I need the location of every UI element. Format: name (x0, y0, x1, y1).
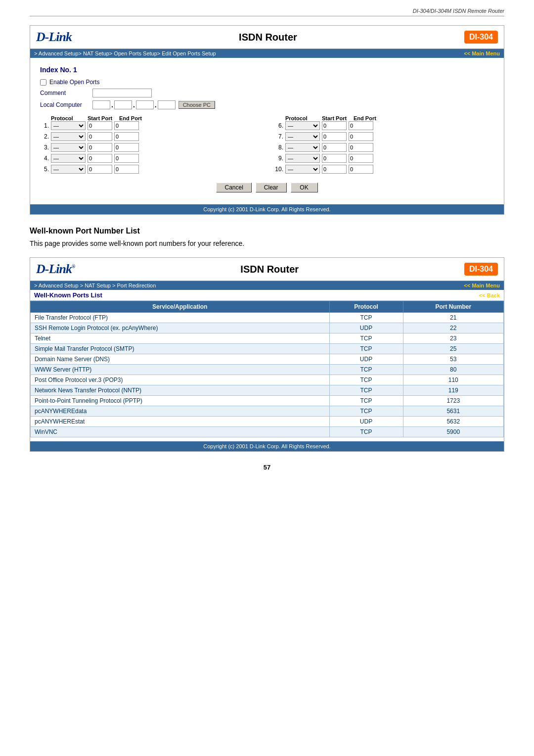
comment-input[interactable] (92, 89, 152, 97)
port-cell: 5900 (403, 427, 504, 437)
protocol-select-8[interactable]: —TCPUDPBoth (285, 143, 320, 152)
table-row: Simple Mail Transfer Protocol (SMTP)TCP2… (31, 344, 504, 354)
port-cell: 1723 (403, 396, 504, 406)
protocol-select-9[interactable]: —TCPUDPBoth (285, 154, 320, 163)
end-port-6[interactable] (349, 121, 373, 130)
well-known-ports-panel: D-Link® ISDN Router DI-304 > Advanced Se… (30, 257, 504, 452)
protocol-select-3[interactable]: —TCPUDPBoth (51, 143, 86, 152)
ip-octet-1[interactable] (92, 100, 110, 109)
end-port-2[interactable] (114, 132, 139, 141)
ip-octet-3[interactable] (136, 100, 154, 109)
ip-octet-4[interactable] (158, 100, 176, 109)
well-known-heading: Well-known Port Number List (30, 227, 504, 236)
protocol-select-5[interactable]: —TCPUDPBoth (51, 165, 86, 174)
start-port-6[interactable] (322, 121, 347, 130)
col-service-header: Service/Application (31, 301, 330, 313)
panel2-copyright: Copyright (c) 2001 D-Link Corp. All Righ… (30, 441, 504, 451)
service-cell: Post Office Protocol ver.3 (POP3) (31, 375, 330, 385)
protocol-cell: TCP (329, 344, 403, 354)
table-row: WWW Server (HTTP)TCP80 (31, 365, 504, 375)
clear-button[interactable]: Clear (256, 183, 287, 192)
protocol-cell: TCP (329, 333, 403, 344)
table-row: TelnetTCP23 (31, 333, 504, 344)
table-row: 7. —TCPUDPBoth (274, 132, 494, 141)
service-cell: Network News Transfer Protocol (NNTP) (31, 385, 330, 396)
col-header-protocol-2: Protocol (285, 115, 320, 121)
table-row: 4. —TCPUDPBoth (40, 154, 260, 163)
protocol-select-7[interactable]: —TCPUDPBoth (285, 132, 320, 141)
service-cell: Point-to-Point Tunneling Protocol (PPTP) (31, 396, 330, 406)
table-row: 1. —TCPUDPBoth (40, 121, 260, 130)
start-port-9[interactable] (322, 154, 347, 163)
protocol-cell: TCP (329, 385, 403, 396)
panel2-nav-path: > Advanced Setup > NAT Setup > Port Redi… (34, 283, 156, 288)
protocol-select-4[interactable]: —TCPUDPBoth (51, 154, 86, 163)
col-header-protocol-1: Protocol (51, 115, 86, 121)
end-port-7[interactable] (349, 132, 373, 141)
comment-label: Comment (40, 90, 89, 96)
table-row: pcANYWHEREstatUDP5632 (31, 417, 504, 427)
panel2-main-menu[interactable]: << Main Menu (464, 283, 500, 288)
protocol-select-1[interactable]: —TCPUDPBoth (51, 121, 86, 130)
col-header-start-2: Start Port (322, 115, 352, 121)
edit-open-ports-panel: D-Link ISDN Router DI-304 > Advanced Set… (30, 25, 504, 215)
start-port-5[interactable] (88, 165, 112, 174)
protocol-cell: TCP (329, 396, 403, 406)
col-header-end-2: End Port (354, 115, 383, 121)
table-row: Point-to-Point Tunneling Protocol (PPTP)… (31, 396, 504, 406)
panel1-main-menu[interactable]: << Main Menu (464, 50, 500, 56)
start-port-1[interactable] (88, 121, 112, 130)
panel1-button-row: Cancel Clear OK (40, 183, 494, 192)
ok-button[interactable]: OK (291, 183, 318, 192)
port-cell: 5632 (403, 417, 504, 427)
end-port-3[interactable] (114, 143, 139, 152)
end-port-1[interactable] (114, 121, 139, 130)
start-port-3[interactable] (88, 143, 112, 152)
start-port-4[interactable] (88, 154, 112, 163)
panel1-nav-path: > Advanced Setup> NAT Setup> Open Ports … (34, 50, 216, 56)
end-port-8[interactable] (349, 143, 373, 152)
di304-badge-1: DI-304 (464, 31, 498, 44)
end-port-9[interactable] (349, 154, 373, 163)
protocol-cell: TCP (329, 406, 403, 417)
enable-open-ports-row: Enable Open Ports (40, 79, 494, 86)
protocol-select-10[interactable]: —TCPUDPBoth (285, 165, 320, 174)
start-port-7[interactable] (322, 132, 347, 141)
ip-octet-2[interactable] (114, 100, 132, 109)
index-title: Index No. 1 (40, 66, 494, 74)
end-port-4[interactable] (114, 154, 139, 163)
protocol-cell: TCP (329, 375, 403, 385)
service-cell: Simple Mail Transfer Protocol (SMTP) (31, 344, 330, 354)
table-row: WinVNCTCP5900 (31, 427, 504, 437)
col-header-end-1: End Port (119, 115, 149, 121)
port-cell: 22 (403, 323, 504, 333)
local-computer-row: Local Computer . . . Choose PC (40, 100, 494, 109)
end-port-5[interactable] (114, 165, 139, 174)
choose-pc-button[interactable]: Choose PC (178, 101, 215, 109)
page-number: 57 (30, 464, 504, 471)
table-row: 5. —TCPUDPBoth (40, 165, 260, 174)
port-cell: 23 (403, 333, 504, 344)
end-port-10[interactable] (349, 165, 373, 174)
di304-badge-2: DI-304 (464, 263, 498, 276)
port-cell: 21 (403, 313, 504, 323)
panel2-header: D-Link® ISDN Router DI-304 (30, 258, 504, 281)
table-row: pcANYWHEREdataTCP5631 (31, 406, 504, 417)
protocol-cell: UDP (329, 417, 403, 427)
start-port-2[interactable] (88, 132, 112, 141)
start-port-8[interactable] (322, 143, 347, 152)
start-port-10[interactable] (322, 165, 347, 174)
port-cell: 5631 (403, 406, 504, 417)
port-cell: 53 (403, 354, 504, 365)
panel1-copyright: Copyright (c) 2001 D-Link Corp. All Righ… (30, 204, 504, 214)
table-row: SSH Remote Login Protocol (ex. pcAnyWher… (31, 323, 504, 333)
protocol-select-2[interactable]: —TCPUDPBoth (51, 132, 86, 141)
well-known-desc: This page provides some well-known port … (30, 239, 504, 247)
service-cell: File Transfer Protocol (FTP) (31, 313, 330, 323)
back-link[interactable]: << Back (479, 292, 500, 298)
panel1-body: Index No. 1 Enable Open Ports Comment Lo… (30, 58, 504, 204)
enable-open-ports-checkbox[interactable] (40, 79, 46, 86)
protocol-select-6[interactable]: —TCPUDPBoth (285, 121, 320, 130)
well-known-list-title: Well-Known Ports List (34, 291, 102, 299)
cancel-button[interactable]: Cancel (216, 183, 251, 192)
